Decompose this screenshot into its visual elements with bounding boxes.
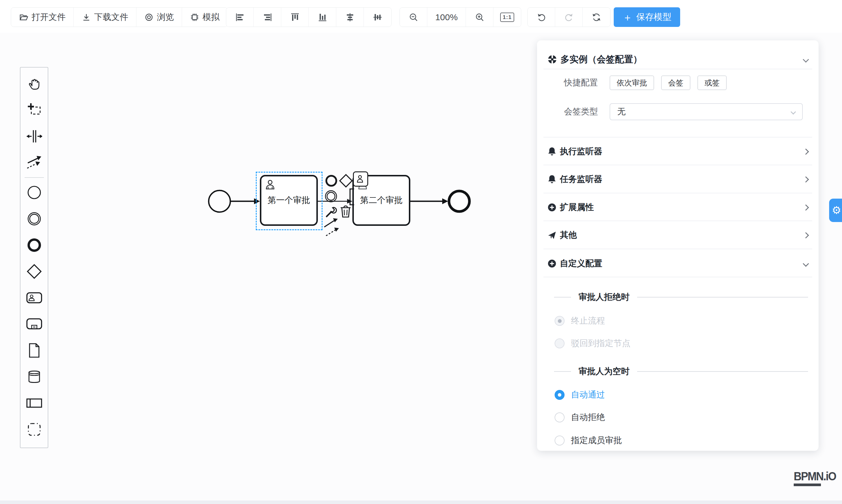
divider xyxy=(543,220,812,221)
save-model-label: 保存模型 xyxy=(636,11,671,23)
palette-participant[interactable] xyxy=(20,390,48,416)
sync-button[interactable] xyxy=(583,7,610,26)
zoom-button-group: 100% 1:1 xyxy=(400,7,521,27)
countersign-button[interactable]: 会签 xyxy=(661,75,690,90)
palette-end-event[interactable] xyxy=(20,232,48,258)
simulate-button[interactable]: 模拟 xyxy=(182,7,227,26)
chevron-down-icon xyxy=(790,109,796,114)
palette-group[interactable] xyxy=(20,416,48,443)
task-first-approval[interactable]: 第一个审批 xyxy=(260,175,318,226)
chevron-right-icon xyxy=(803,148,809,155)
section-execution-listener[interactable]: 执行监听器 xyxy=(548,142,808,161)
panel-header[interactable]: 多实例（会签配置） xyxy=(548,49,808,70)
data-object-icon xyxy=(28,343,41,358)
palette-data-store[interactable] xyxy=(20,364,48,390)
align-center-horizontal-button[interactable] xyxy=(336,7,364,26)
trash-icon[interactable] xyxy=(339,204,352,218)
hand-tool[interactable] xyxy=(20,71,48,97)
align-top-button[interactable] xyxy=(281,7,309,26)
download-file-button[interactable]: 下载文件 xyxy=(74,7,136,26)
sign-type-value: 无 xyxy=(617,106,626,118)
align-right-button[interactable] xyxy=(254,7,281,26)
palette-divider xyxy=(24,177,44,178)
radio-auto-pass[interactable]: 自动通过 xyxy=(548,389,808,401)
radio-icon xyxy=(555,390,564,400)
sequential-approval-button[interactable]: 依次审批 xyxy=(610,75,654,90)
empty-group-header: 审批人为空时 xyxy=(548,365,808,378)
wrench-icon[interactable] xyxy=(324,205,338,218)
align-left-icon xyxy=(235,12,245,22)
divider xyxy=(543,137,812,138)
section-other[interactable]: 其他 xyxy=(548,226,808,245)
sign-type-row: 会签类型 无 xyxy=(548,103,808,121)
quick-config-label: 快捷配置 xyxy=(548,77,598,89)
subprocess-icon xyxy=(26,318,43,330)
task-label: 第一个审批 xyxy=(268,195,310,206)
zoom-reset-button[interactable]: 1:1 xyxy=(493,7,521,26)
divider xyxy=(543,165,812,165)
space-tool[interactable] xyxy=(20,123,48,149)
palette-user-task[interactable] xyxy=(20,285,48,311)
palette-data-object[interactable] xyxy=(20,337,48,364)
open-file-button[interactable]: 打开文件 xyxy=(11,7,74,26)
preview-button[interactable]: 浏览 xyxy=(136,7,182,26)
space-tool-icon xyxy=(27,128,42,144)
radio-assign-member[interactable]: 指定成员审批 xyxy=(548,434,808,447)
append-gateway-icon[interactable] xyxy=(338,173,353,188)
chevron-right-icon xyxy=(803,232,809,238)
radio-auto-reject[interactable]: 自动拒绝 xyxy=(548,411,808,424)
text-annotation-icon[interactable] xyxy=(348,188,355,206)
palette-subprocess[interactable] xyxy=(20,311,48,337)
connect-icon xyxy=(26,155,42,170)
redo-button[interactable] xyxy=(555,7,583,26)
lasso-tool[interactable] xyxy=(20,97,48,123)
palette-intermediate-event[interactable] xyxy=(20,205,48,232)
sign-type-select[interactable]: 无 xyxy=(610,103,803,120)
start-event-shape xyxy=(209,191,230,212)
task-label: 第二个审批 xyxy=(360,195,403,206)
reject-group-title: 审批人拒绝时 xyxy=(579,291,630,303)
chevron-down-icon xyxy=(803,260,809,267)
bottom-edge-strip xyxy=(0,501,842,504)
open-file-label: 打开文件 xyxy=(32,12,66,23)
end-event-shape xyxy=(449,191,470,212)
chevron-down-icon[interactable] xyxy=(803,56,809,62)
multi-instance-icon xyxy=(548,55,557,64)
group-icon xyxy=(27,422,42,437)
settings-tab[interactable]: ⚙ xyxy=(829,199,842,222)
palette-gateway[interactable] xyxy=(20,258,48,285)
align-left-button[interactable] xyxy=(226,7,254,26)
radio-return-to-node[interactable]: 驳回到指定节点 xyxy=(548,337,808,350)
section-custom-config[interactable]: 自定义配置 xyxy=(548,254,808,273)
append-end-event-icon[interactable] xyxy=(324,174,338,188)
history-button-group xyxy=(527,7,611,27)
end-event-icon xyxy=(27,237,42,253)
palette-start-event[interactable] xyxy=(20,179,48,205)
zoom-in-button[interactable] xyxy=(466,7,493,26)
align-bottom-button[interactable] xyxy=(309,7,336,26)
radio-icon xyxy=(555,435,564,446)
zoom-level-display[interactable]: 100% xyxy=(427,7,466,26)
or-sign-button[interactable]: 或签 xyxy=(698,75,727,90)
undo-button[interactable] xyxy=(528,7,555,26)
gateway-icon xyxy=(26,263,42,280)
divider xyxy=(543,193,812,193)
preview-label: 浏览 xyxy=(157,12,174,23)
quick-config-row: 快捷配置 依次审批 会签 或签 xyxy=(548,74,808,92)
radio-terminate-process[interactable]: 终止流程 xyxy=(548,314,808,327)
align-center-vertical-button[interactable] xyxy=(364,7,391,26)
save-model-button[interactable]: ＋ 保存模型 xyxy=(614,7,680,27)
simulate-label: 模拟 xyxy=(203,12,220,23)
section-extended-properties[interactable]: 扩展属性 xyxy=(548,198,808,217)
participant-icon xyxy=(26,397,43,409)
zoom-out-icon xyxy=(408,12,419,22)
align-button-group xyxy=(226,7,391,27)
download-icon xyxy=(82,13,91,22)
association-arrow-icon[interactable] xyxy=(325,226,341,237)
one-to-one-icon: 1:1 xyxy=(500,13,514,22)
zoom-out-button[interactable] xyxy=(400,7,427,26)
append-user-task-icon[interactable] xyxy=(353,172,368,187)
section-task-listener[interactable]: 任务监听器 xyxy=(548,170,808,189)
global-connect-tool[interactable] xyxy=(20,149,48,176)
append-intermediate-event-icon[interactable] xyxy=(324,189,338,203)
